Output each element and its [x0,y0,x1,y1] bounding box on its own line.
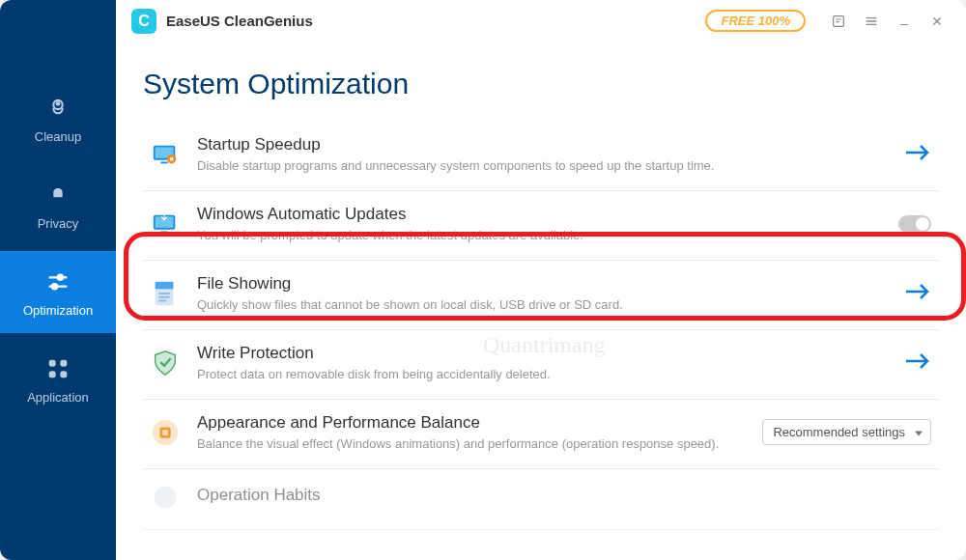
option-startup-speedup[interactable]: Startup Speedup Disable startup programs… [143,122,939,191]
svg-point-21 [170,156,174,160]
arrow-button[interactable] [904,350,931,377]
svg-rect-8 [49,371,56,378]
habits-icon [151,483,180,512]
svg-rect-35 [162,430,168,435]
option-appearance-performance[interactable]: Appearance and Performance Balance Balan… [143,400,939,469]
close-button[interactable] [923,8,951,35]
optimization-icon [44,268,71,295]
feedback-button[interactable] [825,8,852,35]
svg-rect-9 [60,371,67,378]
note-icon [831,14,846,29]
option-desc: You will be prompted to update when the … [197,228,887,242]
svg-point-3 [58,275,63,280]
settings-dropdown[interactable]: Recommended settings [762,419,931,445]
sidebar-item-label: Privacy [38,216,79,231]
sidebar-item-label: Optimization [23,303,93,318]
shield-check-icon [151,349,180,378]
arrow-right-icon [904,351,931,371]
svg-rect-25 [160,231,168,233]
privacy-icon [44,182,71,209]
option-desc: Protect data on removable disk from bein… [197,367,893,381]
sidebar-item-application[interactable]: Application [0,338,116,420]
option-label: Operation Habits [197,486,931,505]
option-label: Appearance and Performance Balance [197,413,751,433]
option-label: Windows Automatic Updates [197,205,887,224]
content-area: System Optimization Startup Speedup Disa… [116,42,966,560]
sidebar-item-privacy[interactable]: Privacy [0,164,116,246]
toggle-switch[interactable] [898,215,931,233]
chip-icon [151,418,180,447]
option-desc: Quickly show files that cannot be shown … [197,297,893,312]
file-icon [151,279,180,308]
main-panel: C EaseUS CleanGenius FREE 100% System Op… [116,0,966,560]
menu-icon [864,14,879,29]
app-title: EaseUS CleanGenius [166,13,313,29]
arrow-right-icon [904,282,931,301]
application-icon [44,355,71,382]
arrow-button[interactable] [904,141,931,168]
minimize-icon [897,14,911,28]
svg-rect-10 [834,15,844,26]
option-operation-habits[interactable]: Operation Habits [143,469,939,530]
option-label: File Showing [197,274,893,294]
svg-rect-7 [60,360,67,367]
arrow-right-icon [904,143,931,162]
cleanup-icon [44,95,71,122]
free-badge[interactable]: FREE 100% [705,10,806,32]
sidebar-item-cleanup[interactable]: Cleanup [0,77,116,159]
sidebar: Cleanup Privacy Optimization Application [0,0,116,560]
sidebar-item-optimization[interactable]: Optimization [0,251,116,333]
svg-point-5 [52,284,57,289]
option-label: Write Protection [197,344,893,363]
svg-point-1 [57,102,60,105]
sidebar-item-label: Application [27,390,89,405]
option-label: Startup Speedup [197,135,893,154]
arrow-button[interactable] [904,280,931,307]
option-windows-updates[interactable]: Windows Automatic Updates You will be pr… [143,191,939,261]
option-desc: Balance the visual effect (Windows anima… [197,436,751,451]
svg-rect-6 [49,360,56,367]
close-icon [930,14,944,28]
menu-button[interactable] [858,8,885,35]
sidebar-item-label: Cleanup [35,129,81,144]
app-logo: C [131,9,156,34]
option-desc: Disable startup programs and unnecessary… [197,158,893,173]
monitor-download-icon [151,210,180,238]
svg-rect-27 [156,281,174,289]
titlebar: C EaseUS CleanGenius FREE 100% [116,0,966,42]
monitor-gear-icon [151,140,180,169]
option-file-showing[interactable]: File Showing Quickly show files that can… [143,261,939,330]
option-write-protection[interactable]: Write Protection Protect data on removab… [143,330,939,400]
minimize-button[interactable] [891,8,918,35]
app-window: Cleanup Privacy Optimization Application [0,0,966,560]
page-title: System Optimization [143,68,939,100]
svg-rect-19 [160,161,168,163]
svg-point-36 [155,487,177,509]
